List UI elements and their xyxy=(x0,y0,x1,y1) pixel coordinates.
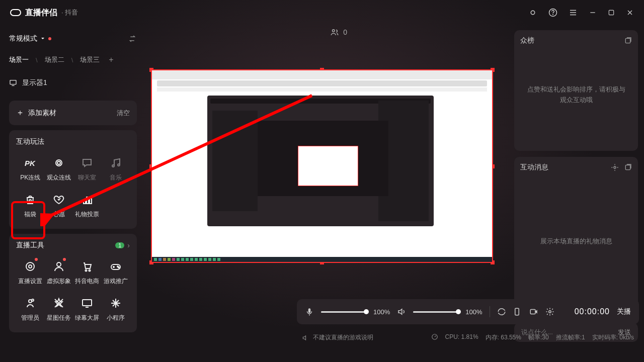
tool-item-label: 游戏推广 xyxy=(104,277,128,286)
tool-item-gamepad[interactable]: 游戏推广 xyxy=(102,257,130,289)
message-title: 互动消息 xyxy=(520,163,548,172)
fps-stat: 帧率:30 xyxy=(528,333,549,342)
svg-rect-26 xyxy=(530,310,535,314)
settings-icon xyxy=(24,260,37,273)
tool-item-cart[interactable]: 抖音电商 xyxy=(73,257,102,289)
chevron-right-icon: › xyxy=(127,241,130,249)
interactive-item-label: 聊天室 xyxy=(78,173,96,182)
theme-icon[interactable] xyxy=(528,8,537,17)
svg-point-27 xyxy=(548,311,551,313)
message-popout-icon[interactable] xyxy=(624,163,632,171)
tool-item-label: 管理员 xyxy=(21,314,39,322)
menu-icon[interactable] xyxy=(569,8,578,17)
svg-rect-9 xyxy=(84,200,86,204)
mem-stat: 内存: 63.55% xyxy=(486,333,521,342)
add-source-button[interactable]: ＋ 添加素材 xyxy=(16,108,56,118)
scene-tab-2[interactable]: 场景二 xyxy=(45,55,64,64)
interactive-item-label: 音乐 xyxy=(110,173,122,182)
svg-point-13 xyxy=(29,265,32,268)
vote-icon xyxy=(80,193,94,206)
preview-content xyxy=(152,70,492,262)
source-control-box: ＋ 添加素材 清空 xyxy=(9,101,137,125)
mic-icon[interactable] xyxy=(305,307,314,316)
speaker-icon[interactable] xyxy=(397,307,406,316)
svg-point-0 xyxy=(531,11,535,15)
tool-item-label: 抖音电商 xyxy=(75,277,99,286)
svg-rect-25 xyxy=(515,308,519,315)
svg-point-6 xyxy=(112,165,114,167)
interactive-item-heart[interactable]: 心愿 xyxy=(45,190,73,222)
link-icon xyxy=(52,156,65,169)
interactive-item-vote[interactable]: 礼物投票 xyxy=(73,190,102,222)
tool-item-admin[interactable]: 管理员 xyxy=(16,294,45,325)
speaker-level: 100% xyxy=(465,308,482,316)
refresh-icon[interactable] xyxy=(497,307,506,316)
viewers-icon xyxy=(330,28,339,37)
record-icon[interactable] xyxy=(529,307,538,316)
music-icon xyxy=(109,156,122,169)
interactive-item-label: PK连线 xyxy=(20,173,40,182)
clear-sources-button[interactable]: 清空 xyxy=(117,109,130,118)
svg-point-7 xyxy=(118,164,120,166)
tool-item-star[interactable]: 星图任务 xyxy=(45,294,73,325)
popout-icon[interactable] xyxy=(624,37,632,45)
svg-rect-10 xyxy=(87,197,89,204)
star-icon xyxy=(52,297,65,310)
status-bar: 不建议直播的游戏说明 CPU: 1.81% 内存: 63.55% 帧率:30 推… xyxy=(297,333,639,342)
interactive-item-link[interactable]: 观众连线 xyxy=(45,153,73,185)
app-title: 直播伴侣 xyxy=(25,8,57,18)
interactive-item-bag[interactable]: 福袋 xyxy=(16,190,45,222)
svg-rect-11 xyxy=(90,199,92,204)
tool-item-avatar[interactable]: 虚拟形象 xyxy=(45,257,73,289)
interactive-item-PK[interactable]: PKPK连线 xyxy=(16,153,45,185)
mode-dot-icon xyxy=(48,37,51,40)
PK-icon: PK xyxy=(24,156,37,169)
scene-tab-1[interactable]: 场景一 xyxy=(9,55,29,64)
orientation-icon[interactable] xyxy=(513,307,522,316)
add-scene-button[interactable]: + xyxy=(109,55,113,64)
help-icon[interactable] xyxy=(548,8,557,17)
svg-rect-31 xyxy=(625,165,630,169)
admin-icon xyxy=(24,297,37,310)
settings-gear-icon[interactable] xyxy=(545,307,554,316)
bitrate-stat: 实时码率: 0kb/s xyxy=(592,333,634,342)
gamepad-icon xyxy=(109,260,122,273)
mode-selector[interactable]: 常规模式 xyxy=(9,34,51,43)
control-bar: 100% 100% 00:00:00 关播 xyxy=(297,299,639,324)
tool-item-label: 小程序 xyxy=(107,314,125,322)
tool-item-label: 直播设置 xyxy=(18,277,42,286)
notification-dot-icon xyxy=(63,258,66,261)
preview-frame[interactable] xyxy=(151,69,493,263)
push-fps-stat: 推流帧率:1 xyxy=(556,333,585,342)
game-warning[interactable]: 不建议直播的游戏说明 xyxy=(313,333,373,342)
tool-item-screen[interactable]: 绿幕大屏 xyxy=(73,294,102,325)
tool-item-label: 星图任务 xyxy=(47,314,71,322)
tools-badge: 1 xyxy=(115,242,124,248)
display-source[interactable]: 显示器1 xyxy=(9,74,137,96)
scene-tabs: 场景一 \ 场景二 \ 场景三 + xyxy=(9,52,137,69)
speaker-slider[interactable] xyxy=(413,311,458,313)
message-settings-icon[interactable] xyxy=(611,163,619,171)
scene-tab-3[interactable]: 场景三 xyxy=(80,55,100,64)
close-icon[interactable] xyxy=(626,9,634,17)
svg-rect-3 xyxy=(609,10,613,15)
rank-description: 点赞和送礼会影响排序，请积极与观众互动哦 xyxy=(520,45,632,145)
mic-slider[interactable] xyxy=(321,311,366,313)
tool-item-settings[interactable]: 直播设置 xyxy=(16,257,45,289)
monitor-icon xyxy=(9,79,17,87)
live-tools-header[interactable]: 直播工具 1 › xyxy=(16,241,130,250)
heart-icon xyxy=(52,193,65,206)
swap-icon[interactable] xyxy=(128,34,137,43)
maximize-icon[interactable] xyxy=(608,9,615,16)
minimize-icon[interactable] xyxy=(589,9,597,17)
stop-stream-button[interactable]: 关播 xyxy=(617,307,631,316)
chevron-down-icon xyxy=(40,36,45,41)
titlebar: 直播伴侣 · 抖音 xyxy=(0,0,644,25)
svg-point-14 xyxy=(57,262,61,266)
svg-point-16 xyxy=(89,270,91,272)
svg-rect-4 xyxy=(10,80,16,84)
message-panel: 互动消息 展示本场直播的礼物消息 xyxy=(514,157,638,317)
tool-item-sparkle[interactable]: 小程序 xyxy=(102,294,130,325)
mic-level: 100% xyxy=(373,308,390,316)
svg-point-21 xyxy=(32,299,34,301)
